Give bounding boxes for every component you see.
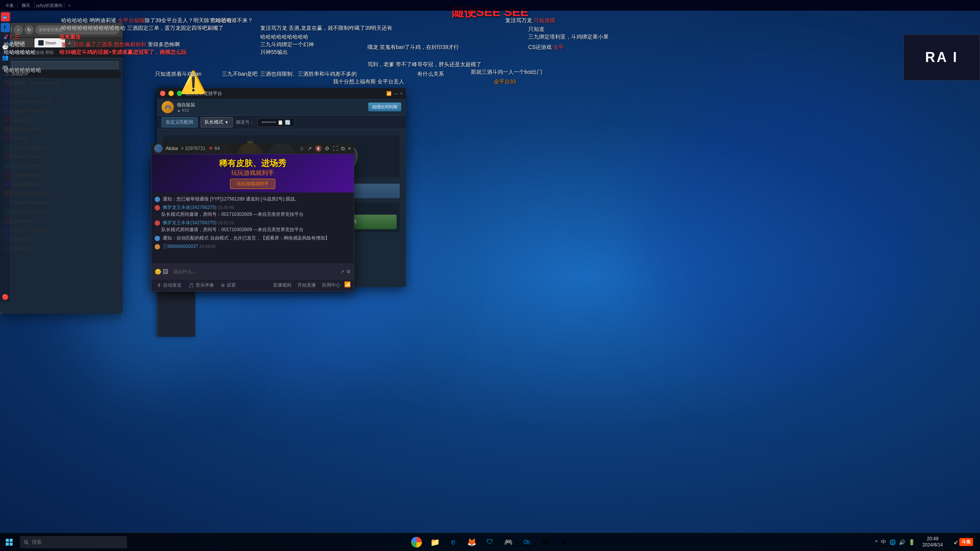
- music-icon: 🎵: [188, 283, 194, 288]
- taskbar-search[interactable]: [20, 536, 127, 548]
- compare-stats-btn[interactable]: 战绩比对到期: [368, 103, 401, 111]
- tray-battery-icon[interactable]: 🔋: [908, 539, 915, 545]
- taskbar-edge[interactable]: e: [445, 534, 462, 551]
- topbar-chat-btn[interactable]: 聊天: [20, 2, 33, 9]
- game-name-cs2: Counter-Strike 2: [13, 154, 44, 159]
- emoji-btn[interactable]: 😊: [155, 269, 161, 275]
- game-item-apex[interactable]: Apex Legends: [2, 124, 121, 134]
- game-item-lastepoch[interactable]: Last Epoch: [2, 216, 121, 225]
- toolbar-rules-btn[interactable]: 直播规则: [271, 281, 294, 289]
- settings-msg-icon[interactable]: ⚙: [346, 269, 351, 274]
- tray-speaker-icon[interactable]: 🔊: [899, 539, 905, 545]
- dock-icon-1[interactable]: 🐟: [1, 12, 10, 21]
- game-item-noh[interactable]: Noh 2 - The Comin...: [2, 225, 121, 235]
- dock-icon-6[interactable]: 🎮: [1, 63, 10, 72]
- browser-tab-2[interactable]: Steam: [34, 38, 65, 47]
- settings-stream-icon[interactable]: ⚙: [325, 145, 330, 152]
- toolbar-startlive-btn[interactable]: 开始直播: [295, 281, 318, 289]
- start-btn[interactable]: [0, 533, 18, 551]
- tray-icons: ^ 中 🌐 🔊 🔋: [872, 539, 918, 546]
- msg-5: 三888989000037 20:49:52: [155, 243, 351, 250]
- game-name-celesta: Celesta: [13, 136, 27, 140]
- game-item-2[interactable]: 遗迹2: [2, 88, 121, 97]
- game-item-onlyup[interactable]: Only Up!: [2, 235, 121, 244]
- taskbar-microsoftstore[interactable]: 🛍: [518, 534, 535, 551]
- mute-icon[interactable]: 🔇: [315, 145, 322, 152]
- corner-logos: ↙ 斗鱼: [951, 538, 976, 546]
- game-item-goose[interactable]: Goose Goose Duck...: [2, 189, 121, 198]
- tray-cn-icon[interactable]: 中: [881, 539, 886, 546]
- game-item-celesta[interactable]: Celesta: [2, 134, 121, 143]
- play-game-btn[interactable]: 玩玩游戏就到手: [230, 179, 275, 189]
- startlive-label: 开始直播: [297, 282, 316, 289]
- game-item-inside[interactable]: Inside the Backroo...: [2, 198, 121, 207]
- taskbar-firefox[interactable]: 🦊: [463, 534, 480, 551]
- game-item-1[interactable]: 赛博地：Rubber Bandits: [2, 78, 121, 88]
- game-item-aoe2[interactable]: Age of Empires II: D...: [2, 97, 121, 106]
- min-btn[interactable]: [168, 91, 174, 96]
- show-desktop-btn[interactable]: [947, 533, 949, 551]
- taskbar-defender[interactable]: 🛡: [482, 534, 498, 551]
- game-item-cs2[interactable]: Counter-Strike 2: [2, 152, 121, 161]
- forward-btn[interactable]: ›: [14, 25, 23, 34]
- url-bar[interactable]: 新标签页通道: [35, 25, 119, 34]
- chat-input-bar: 😊 🖼 ↗ ⚙: [152, 264, 354, 279]
- game-item-eville[interactable]: Eville 觉醒农村: [2, 179, 121, 189]
- appcenter-label: 应用中心: [322, 282, 340, 289]
- taskbar-search-input[interactable]: [32, 539, 123, 545]
- game-item-chained[interactable]: Chained Together: [2, 143, 121, 152]
- taskbar-steam[interactable]: 🎮: [500, 534, 517, 551]
- room-input[interactable]: ••••••••• 📋 🔄: [257, 118, 295, 127]
- tray-clock[interactable]: 20:49 2024/8/14: [920, 536, 946, 548]
- share-icon[interactable]: ↗: [307, 145, 312, 152]
- game-item-drawguess[interactable]: Draw & Guess - ...: [2, 161, 121, 170]
- send-btn[interactable]: ↗: [340, 269, 344, 274]
- dock-icon-bottom[interactable]: 🔴: [1, 292, 10, 302]
- taskbar-fileexplorer[interactable]: 📁: [426, 534, 443, 551]
- toolbar-settings-btn[interactable]: ⚙ 设置: [219, 281, 238, 289]
- game-item-aoe4[interactable]: Age of Empires IV: [2, 106, 121, 115]
- close-icon: ×: [400, 91, 403, 96]
- user-avatar: 🎮: [162, 101, 174, 113]
- game-search-input[interactable]: [4, 61, 119, 69]
- msg-2: 狮罗龙王本体(342766275) 15:30:40 队长模式房间邀请，房间号：…: [155, 204, 351, 218]
- refresh-btn[interactable]: ↻: [24, 25, 34, 34]
- pwa-window-title: 完美世界竞技平台: [185, 90, 383, 97]
- signal-strength-icon[interactable]: 📶: [344, 281, 351, 289]
- dock-icon-2[interactable]: F: [1, 23, 10, 32]
- popout-icon[interactable]: ⧉: [341, 145, 345, 152]
- game-name-noh: Noh 2 - The Comin...: [13, 228, 52, 232]
- game-item-among[interactable]: Among Us: [2, 115, 121, 124]
- close-stream-icon[interactable]: ×: [348, 145, 351, 152]
- close-btn[interactable]: [160, 91, 165, 96]
- game-item-community[interactable]: 游戏社区: [2, 244, 121, 253]
- toolbar-appcenter-btn[interactable]: 应用中心: [320, 281, 343, 289]
- tray-icon-up[interactable]: ^: [875, 539, 878, 545]
- browser-tab-add[interactable]: +: [66, 38, 75, 47]
- browser-content: Steam 查看 好友 游戏 帮助 🏠 游戏软件 赛博地：Rubber Band…: [0, 47, 122, 314]
- sub-mode-selector[interactable]: 队长模式 ▼: [201, 117, 233, 127]
- dock-icon-5[interactable]: 👥: [1, 53, 10, 62]
- chat-input-field[interactable]: [170, 264, 338, 279]
- user-id-label: × 32976721: [181, 146, 206, 151]
- taskbar-chrome[interactable]: [408, 534, 425, 551]
- image-btn[interactable]: 🖼: [163, 269, 168, 275]
- room-label: 频道号：: [236, 119, 254, 126]
- game-item-dread[interactable]: Dread Hunger: [2, 170, 121, 179]
- star-icon[interactable]: ☆: [299, 145, 304, 152]
- fullscreen-icon[interactable]: ⛶: [333, 145, 338, 152]
- douyu-logo-btn[interactable]: 斗鱼: [959, 538, 973, 546]
- tray-network-icon[interactable]: 🌐: [889, 539, 896, 545]
- topbar-douyu-btn[interactable]: 斗鱼: [3, 2, 16, 9]
- toolbar-music-btn[interactable]: 🎵 音乐伴奏: [186, 281, 216, 289]
- dock-icon-3[interactable]: ●: [1, 33, 10, 42]
- topbar-close-btn[interactable]: ×: [66, 2, 73, 8]
- toolbar-autopost-btn[interactable]: 🎙 自动发送: [155, 281, 184, 289]
- game-item-ittakes[interactable]: It Takes Two: Frien...: [2, 207, 121, 216]
- dock-icon-4[interactable]: 💬: [1, 43, 10, 52]
- taskbar-photos[interactable]: 🖼: [537, 534, 554, 551]
- chat-ad-banner[interactable]: 稀有皮肤、进场秀 玩玩游戏就到手 玩玩游戏就到手: [152, 154, 354, 192]
- corner-logo-left[interactable]: ↙: [954, 538, 959, 546]
- taskbar-steam2[interactable]: ⚙: [555, 534, 572, 551]
- msg-3-body: 队长模式房间邀请，房间号：001710302609 ---来自完美世界竞技平台: [155, 226, 351, 233]
